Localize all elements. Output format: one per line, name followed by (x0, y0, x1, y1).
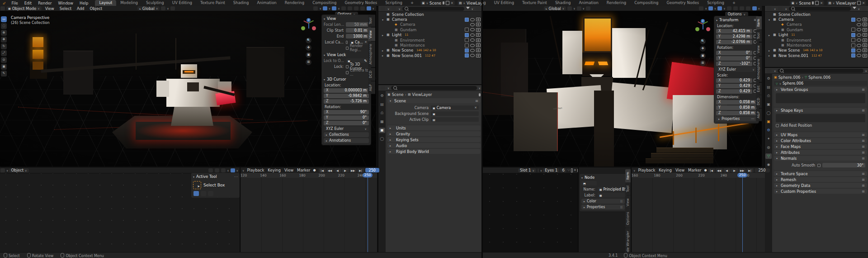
collapsed-panel-header[interactable]: ▸Units (387, 125, 481, 130)
exclude-checkbox[interactable] (851, 38, 855, 42)
delete-scene-icon[interactable]: ✕ (451, 1, 453, 5)
collapsed-panel-header[interactable]: ▸Audio (387, 143, 481, 148)
rotation-field[interactable]: Z-102° (716, 62, 752, 66)
delete-viewlayer-icon[interactable]: ✕ (862, 1, 865, 5)
hide-eye-icon[interactable] (857, 49, 861, 52)
tab-object-data-icon[interactable]: ▽ (765, 153, 772, 159)
background-scene-field[interactable]: ▣ (431, 111, 479, 116)
hide-eye-icon[interactable] (470, 23, 475, 26)
exclude-checkbox[interactable] (465, 53, 469, 57)
npanel-tab[interactable]: View (368, 28, 375, 41)
workspace-tab[interactable]: Layout (95, 0, 116, 6)
exclude-checkbox[interactable] (851, 18, 855, 22)
rotation-field[interactable]: Y0° (716, 56, 752, 61)
exclude-checkbox[interactable] (851, 48, 855, 53)
node-label-field[interactable]: ▦ (598, 193, 625, 197)
exclude-checkbox[interactable] (851, 43, 855, 48)
pan-hand-icon[interactable]: ✥ (306, 45, 311, 51)
workspace-tab[interactable]: Scripting (703, 0, 728, 6)
outliner-row[interactable]: ◆ Camera (765, 22, 868, 27)
clip-end-field[interactable]: 1000 m (346, 34, 369, 38)
new-scene-icon[interactable] (815, 1, 819, 5)
blender-logo-icon[interactable]: 🜚 (0, 1, 9, 5)
outliner-search-input[interactable] (789, 7, 851, 11)
npanel-tab[interactable]: DCD (756, 95, 762, 108)
tab-render-icon[interactable]: ▤ (765, 85, 772, 90)
hide-eye-icon[interactable] (470, 49, 475, 52)
shading-rendered-icon[interactable] (752, 6, 757, 10)
workspace-tab[interactable]: Geometry Nodes (662, 0, 703, 6)
image-name-field[interactable]: Eyes 1 (543, 168, 559, 172)
orientation-dropdown[interactable]: ⟀Global∨ (137, 6, 160, 10)
collapsed-panel-header[interactable]: ▸Collections (324, 132, 369, 137)
image-browse-icon[interactable] (538, 168, 539, 172)
xray-icon[interactable] (341, 6, 346, 10)
playhead[interactable]: 250 (742, 173, 743, 253)
workspace-tab[interactable]: Texture Paint (518, 0, 551, 6)
shape-keys-list[interactable] (776, 114, 865, 122)
cursor-rotation-field[interactable]: Y0° (324, 115, 369, 120)
outliner-row[interactable]: ▸ ▦ New Scene 146 142 a 10 (378, 48, 482, 53)
collapsed-panel-header[interactable]: ▸Rigid Body World (387, 149, 481, 154)
select-mode-subtract-icon[interactable] (208, 191, 213, 196)
npanel-tab[interactable]: Tool (756, 30, 762, 42)
exclude-checkbox[interactable] (465, 43, 469, 48)
exclude-checkbox[interactable] (465, 38, 469, 42)
disable-render-icon[interactable] (863, 28, 867, 32)
viewport-menu-item[interactable]: Object (87, 6, 105, 11)
location-field[interactable]: Z-2.0766 m (716, 40, 752, 44)
properties-search-input[interactable] (391, 86, 476, 90)
view-panel-header[interactable]: ▾View (324, 16, 369, 21)
transport-button[interactable]: ▶▶ (349, 168, 357, 172)
snap-icon[interactable] (221, 168, 226, 172)
npanel-tab[interactable]: View (756, 43, 762, 56)
delete-scene-icon[interactable]: ✕ (820, 1, 823, 5)
tab-scene-icon[interactable]: ▣ (765, 102, 772, 107)
transport-button[interactable]: |◀ (319, 168, 326, 172)
mode-dropdown[interactable]: ▦Object Mode∨ (6, 6, 42, 10)
workspace-tab[interactable]: Animation (253, 0, 280, 6)
hide-eye-icon[interactable] (857, 44, 861, 47)
rotation-field[interactable]: X0° (716, 51, 752, 55)
menu-item[interactable]: Window (55, 1, 76, 5)
new-image-icon[interactable] (571, 168, 573, 172)
outliner-row[interactable]: ▦ Gundam (378, 27, 482, 32)
filter-obj-icon[interactable] (778, 7, 783, 11)
tab-tool-icon[interactable]: ⚙ (379, 93, 385, 99)
scale-field[interactable]: X0.429 (716, 78, 752, 83)
outliner-row[interactable]: ▦ Gundam (765, 27, 868, 32)
dimension-field[interactable]: Y0.858 m (716, 105, 757, 110)
collapsed-panel-header[interactable]: ▸Face Maps≡ (774, 144, 867, 149)
workspace-tab[interactable]: Compositing (630, 0, 662, 6)
workspace-tab[interactable]: Rendering (281, 0, 308, 6)
active-tool-header[interactable]: ▾Active Tool⋯ (193, 174, 238, 179)
disable-render-icon[interactable] (476, 48, 481, 52)
select-visibility-icon[interactable] (313, 6, 318, 10)
workspace-tab[interactable]: Rendering (603, 0, 630, 6)
rotation-order-dropdown[interactable]: XYZ Euler∨ (324, 126, 369, 131)
transport-button[interactable]: ▶ (342, 168, 349, 172)
scene-selector[interactable]: ▣∨ Scene ✕ (790, 0, 824, 5)
npanel-tab[interactable]: A&P (368, 81, 375, 94)
exclude-checkbox[interactable] (465, 48, 469, 53)
viewport-menu-item[interactable]: Select (57, 6, 74, 11)
dope-sheet[interactable]: ∨ Object∨ ∨ ∨ ▾Active Tool⋯ ➤ Select Box (0, 167, 240, 253)
tool-button[interactable]: ↻ (1, 43, 7, 49)
transport-button[interactable]: ▶| (357, 168, 364, 172)
editor-type-icon[interactable] (0, 6, 5, 10)
outliner-row[interactable]: ▸ ▦ Light 11 (765, 33, 868, 38)
proportional-edit-icon[interactable] (577, 6, 581, 10)
camera-view-icon[interactable]: ▣ (306, 52, 311, 58)
properties-search-input[interactable] (778, 69, 863, 73)
select-mode-extend-icon[interactable] (201, 191, 206, 196)
scene-panel-header[interactable]: ▾Scene≡ (387, 98, 481, 103)
shading-rendered-icon[interactable] (367, 6, 371, 10)
rotation-order-dropdown[interactable]: XYZ Euler∨ (716, 67, 757, 72)
focal-length-field[interactable]: 50 mm (346, 22, 369, 27)
transport-button[interactable]: ◀◀ (716, 168, 723, 172)
transport-button[interactable]: |◀ (708, 168, 715, 172)
viewport-3d-left[interactable]: Camera Perspective (26) Scene Collection… (0, 11, 376, 167)
npanel-tab[interactable]: Item (756, 16, 762, 29)
exclude-checkbox[interactable] (465, 33, 469, 37)
outliner-settings-icon[interactable] (476, 7, 480, 11)
